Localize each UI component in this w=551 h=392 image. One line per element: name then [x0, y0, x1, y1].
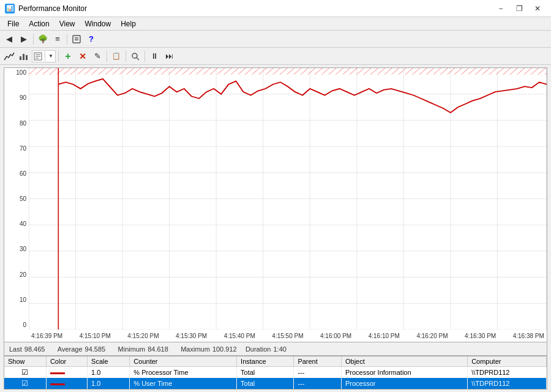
average-value: 94.585 [85, 345, 116, 353]
row-color [46, 367, 87, 379]
fast-forward-button[interactable]: ⏭ [162, 50, 176, 63]
data-table-container: Show Color Scale Counter Instance Parent… [4, 356, 547, 390]
y-label-10: 10 [4, 296, 26, 303]
col-object: Object [342, 356, 468, 367]
row-color [46, 378, 87, 389]
duration-label: Duration [246, 345, 271, 353]
y-label-60: 60 [4, 170, 26, 177]
show-console-tree-button[interactable]: 🌳 [36, 32, 50, 46]
row-computer: \\TDPRD112 [468, 378, 547, 389]
toolbar-1: ◀ ▶ 🌳 ≡ ? [0, 31, 551, 48]
x-label-1: 4:15:10 PM [80, 333, 111, 339]
window-title: Performance Monitor [18, 4, 87, 13]
close-button[interactable]: ✕ [529, 2, 546, 15]
y-label-0: 0 [4, 322, 26, 328]
row-object: Processor Information [342, 367, 468, 379]
main-area: 0 10 20 30 40 50 60 70 80 90 100 [0, 65, 551, 392]
menu-window[interactable]: Window [80, 18, 116, 29]
minimize-button[interactable]: − [492, 2, 509, 15]
row-parent: --- [294, 367, 342, 379]
table-row[interactable]: ☑ 1.0 % User Time Total --- Processor \\… [4, 378, 547, 389]
svg-point-10 [132, 53, 137, 58]
maximum-label: Maximum [181, 345, 210, 353]
row-show: ☑ [4, 367, 46, 379]
x-label-9: 4:16:30 PM [465, 333, 496, 339]
title-bar-left: 📊 Performance Monitor [5, 4, 87, 13]
forward-button[interactable]: ▶ [17, 32, 31, 46]
x-label-10: 4:16:38 PM [513, 333, 544, 339]
counter-properties-button[interactable]: ✎ [91, 50, 104, 63]
y-axis: 0 10 20 30 40 50 60 70 80 90 100 [4, 68, 29, 330]
view-graph-button[interactable] [2, 50, 16, 63]
title-bar: 📊 Performance Monitor − ❐ ✕ [0, 0, 551, 17]
add-counter-button[interactable]: + [61, 50, 75, 63]
col-show: Show [4, 356, 46, 367]
svg-rect-3 [20, 56, 21, 60]
menu-action[interactable]: Action [24, 18, 54, 29]
view-dropdown[interactable]: ▼ [47, 50, 55, 63]
x-axis: 4:16:39 PM 4:15:10 PM 4:15:20 PM 4:15:30… [29, 330, 547, 342]
svg-rect-4 [23, 54, 24, 60]
menu-help[interactable]: Help [116, 18, 141, 29]
y-label-40: 40 [4, 221, 26, 227]
back-button[interactable]: ◀ [2, 32, 16, 46]
x-label-6: 4:16:00 PM [320, 333, 351, 339]
toolbar-2: ▼ + ✕ ✎ 📋 ⏸ ⏭ [0, 48, 551, 65]
toolbar-sep-1 [33, 34, 34, 45]
restore-button[interactable]: ❐ [511, 2, 528, 15]
menu-file[interactable]: File [2, 18, 24, 29]
average-label: Average [58, 345, 83, 353]
y-label-30: 30 [4, 246, 26, 252]
pause-button[interactable]: ⏸ [148, 50, 161, 63]
zoom-button[interactable] [129, 50, 142, 63]
x-label-3: 4:15:30 PM [176, 333, 207, 339]
show-details-button[interactable]: ≡ [51, 32, 64, 46]
delete-counter-button[interactable]: ✕ [76, 50, 89, 63]
counter-table: Show Color Scale Counter Instance Parent… [4, 356, 547, 389]
col-counter: Counter [130, 356, 237, 367]
chart-svg [29, 68, 547, 330]
col-instance: Instance [237, 356, 294, 367]
x-label-7: 4:16:10 PM [369, 333, 400, 339]
x-label-2: 4:15:20 PM [127, 333, 159, 339]
svg-rect-37 [29, 68, 547, 75]
chart-plot-area [29, 68, 547, 330]
col-scale: Scale [88, 356, 130, 367]
svg-line-11 [137, 58, 139, 60]
y-label-20: 20 [4, 271, 26, 278]
row-counter: % Processor Time [130, 367, 237, 379]
chart-container: 0 10 20 30 40 50 60 70 80 90 100 [4, 67, 547, 342]
y-label-90: 90 [4, 94, 26, 101]
title-bar-controls: − ❐ ✕ [492, 2, 546, 15]
x-label-5: 4:15:50 PM [272, 333, 303, 339]
properties-button[interactable] [70, 32, 83, 46]
maximum-value: 100.912 [212, 345, 243, 353]
toolbar-sep-2 [67, 34, 67, 45]
sep [45, 51, 45, 61]
view-report-btn[interactable] [32, 51, 43, 62]
minimum-label: Minimum [118, 345, 146, 353]
menu-view[interactable]: View [54, 18, 80, 29]
app-icon: 📊 [5, 4, 15, 13]
row-instance: Total [237, 367, 294, 379]
svg-rect-5 [26, 55, 28, 60]
row-show: ☑ [4, 378, 46, 389]
help-button[interactable]: ? [84, 32, 98, 46]
col-color: Color [46, 356, 87, 367]
y-label-50: 50 [4, 195, 26, 202]
row-parent: --- [294, 378, 342, 389]
col-computer: Computer [468, 356, 547, 367]
copy-button[interactable]: 📋 [110, 50, 123, 63]
row-counter: % User Time [130, 378, 237, 389]
last-value: 98.465 [24, 345, 55, 353]
row-scale: 1.0 [88, 378, 130, 389]
y-label-100: 100 [4, 69, 26, 76]
color-swatch [50, 372, 65, 374]
table-row[interactable]: ☑ 1.0 % Processor Time Total --- Process… [4, 367, 547, 379]
svg-rect-0 [73, 36, 80, 43]
view-histogram-button[interactable] [17, 50, 31, 63]
toolbar-sep-6 [144, 51, 145, 62]
row-scale: 1.0 [88, 367, 130, 379]
duration-value: 1:40 [273, 345, 304, 353]
row-object: Processor [342, 378, 468, 389]
